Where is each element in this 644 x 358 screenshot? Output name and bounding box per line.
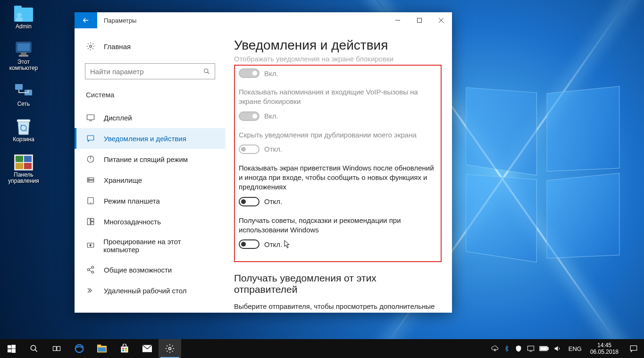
tray-network-icon[interactable]	[527, 345, 535, 352]
nav-remote-desktop[interactable]: Удаленный рабочий стол	[75, 280, 226, 301]
svg-rect-13	[16, 156, 23, 162]
start-button[interactable]	[0, 339, 23, 358]
toggle-welcome-experience[interactable]	[239, 197, 259, 206]
toggle-hide-duplicating[interactable]	[239, 145, 259, 154]
gear-icon	[86, 42, 95, 51]
home-link[interactable]: Главная	[75, 38, 226, 55]
section-header: Система	[75, 91, 226, 107]
explorer-button[interactable]	[91, 339, 113, 358]
nav-display[interactable]: Дисплей	[75, 107, 226, 128]
svg-rect-10	[17, 119, 30, 122]
tray-battery-icon[interactable]	[539, 346, 549, 351]
toggle-voip-reminders[interactable]	[239, 111, 259, 121]
svg-rect-55	[98, 348, 106, 352]
svg-rect-51	[57, 347, 60, 351]
svg-line-23	[208, 72, 209, 74]
senders-text: Выберите отправителя, чтобы просмотреть …	[234, 302, 442, 313]
language-indicator[interactable]: ENG	[565, 345, 585, 352]
desktop-icon-network[interactable]: Сеть	[5, 82, 42, 107]
svg-rect-56	[121, 347, 128, 353]
search-icon	[203, 68, 210, 75]
toggle-lockscreen-notifications[interactable]	[239, 68, 259, 78]
search-box[interactable]	[85, 63, 215, 79]
desktop-icon-admin[interactable]: Admin	[5, 5, 42, 30]
search-input[interactable]	[90, 68, 203, 76]
monitor-icon	[13, 40, 34, 59]
svg-rect-5	[17, 43, 30, 51]
svg-rect-47	[11, 349, 16, 353]
setting-hide-duplicating: Скрыть уведомления при дублировании моег…	[239, 130, 437, 154]
svg-rect-35	[87, 218, 90, 225]
taskbar-search[interactable]	[23, 339, 45, 358]
tablet-icon	[86, 196, 95, 205]
svg-point-40	[87, 269, 90, 271]
desktop-icons: Admin Этот компьютер Сеть Корзина Панель…	[5, 5, 42, 195]
settings-window: Параметры Главная Система Дисплей	[75, 12, 452, 313]
svg-rect-8	[15, 84, 23, 90]
svg-rect-45	[11, 345, 16, 349]
toggle-tips[interactable]	[239, 239, 259, 249]
senders-heading: Получать уведомления от этих отправителе…	[234, 273, 442, 295]
maximize-button[interactable]	[409, 12, 430, 28]
nav-notifications[interactable]: Уведомления и действия	[75, 128, 226, 149]
clock[interactable]: 14:45 06.05.2018	[585, 342, 623, 356]
svg-rect-60	[125, 350, 127, 351]
nav-multitasking[interactable]: Многозадачность	[75, 211, 226, 232]
action-center-button[interactable]	[623, 339, 644, 358]
svg-rect-57	[122, 348, 124, 349]
svg-rect-18	[418, 18, 422, 23]
tray-bluetooth-icon[interactable]	[503, 345, 510, 352]
svg-rect-1	[14, 6, 22, 9]
window-title: Параметры	[104, 17, 387, 24]
remote-icon	[86, 286, 95, 295]
highlight-box: Вкл. Показывать напоминания и входящие V…	[234, 65, 442, 262]
svg-point-31	[89, 179, 89, 179]
sidebar: Главная Система Дисплей Уведомления и де…	[75, 28, 226, 313]
tray	[487, 345, 565, 352]
svg-point-52	[75, 345, 84, 353]
svg-rect-14	[24, 156, 32, 162]
tray-onedrive-icon[interactable]	[491, 345, 499, 352]
minimize-button[interactable]	[387, 12, 409, 28]
edge-button[interactable]	[68, 339, 91, 358]
svg-point-62	[169, 348, 171, 350]
tray-security-icon[interactable]	[515, 345, 522, 352]
multitask-icon	[86, 217, 95, 226]
power-icon	[86, 154, 95, 164]
svg-rect-58	[125, 348, 127, 349]
mail-button[interactable]	[136, 339, 159, 358]
svg-rect-3	[16, 17, 23, 21]
desktop-icon-control-panel[interactable]: Панель управления	[5, 153, 42, 184]
svg-rect-71	[630, 346, 637, 350]
project-icon	[86, 241, 95, 250]
nav-shared[interactable]: Общие возможности	[75, 259, 226, 280]
svg-rect-44	[8, 345, 11, 348]
svg-rect-66	[527, 346, 534, 350]
setting-voip-reminders: Показывать напоминания и входящие VoIP-в…	[239, 87, 437, 121]
chat-icon	[86, 134, 95, 143]
content-pane: Уведомления и действия Отображать уведом…	[226, 28, 452, 313]
task-view[interactable]	[45, 339, 68, 358]
setting-welcome-experience: Показывать экран приветствия Windows пос…	[239, 163, 437, 206]
svg-rect-54	[97, 345, 101, 347]
svg-line-43	[89, 270, 92, 272]
user-folder-icon	[13, 5, 34, 24]
network-icon	[13, 82, 34, 101]
svg-rect-36	[91, 218, 94, 221]
desktop-icon-this-pc[interactable]: Этот компьютер	[5, 40, 42, 71]
cursor-icon	[284, 240, 291, 248]
nav-storage[interactable]: Хранилище	[75, 170, 226, 190]
taskbar: ENG 14:45 06.05.2018	[0, 339, 644, 358]
desktop-icon-recycle-bin[interactable]: Корзина	[5, 118, 42, 143]
tray-volume-icon[interactable]	[553, 345, 561, 352]
nav-projecting[interactable]: Проецирование на этот компьютер	[75, 232, 226, 259]
store-button[interactable]	[113, 339, 136, 358]
svg-rect-6	[21, 52, 26, 55]
nav-tablet[interactable]: Режим планшета	[75, 190, 226, 211]
display-icon	[86, 113, 95, 122]
close-button[interactable]	[430, 12, 452, 28]
nav-power[interactable]: Питание и спящий режим	[75, 149, 226, 170]
back-button[interactable]	[75, 12, 97, 28]
settings-taskbar-button[interactable]	[159, 339, 181, 358]
svg-rect-15	[16, 163, 23, 169]
